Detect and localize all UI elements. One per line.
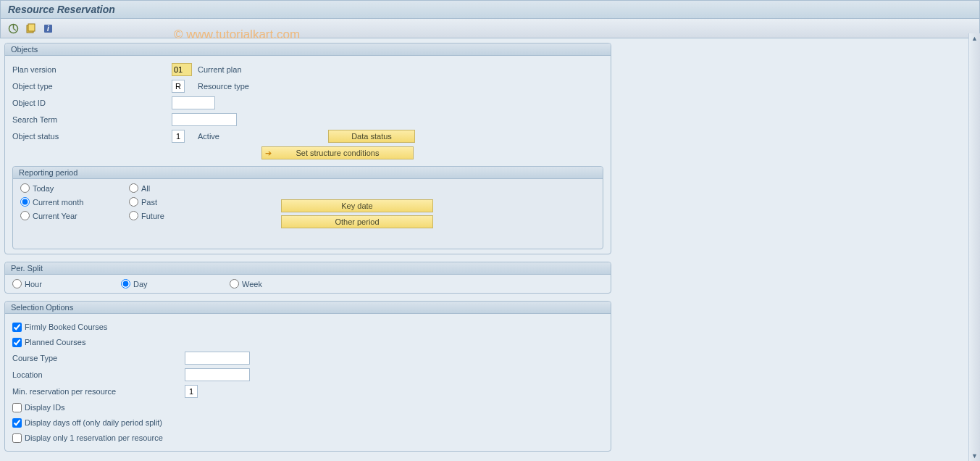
execute-icon[interactable] — [7, 22, 20, 35]
chk-display-days-off-label: Display days off (only daily period spli… — [25, 418, 162, 427]
chk-firmly-booked[interactable]: Firmly Booked Courses — [12, 323, 107, 332]
scroll-up-icon[interactable]: ▲ — [971, 35, 978, 42]
chk-display-only-1-label: Display only 1 reservation per resource — [25, 433, 163, 442]
selection-options-group: Selection Options Firmly Booked Courses … — [4, 301, 611, 452]
toolbar: i — [0, 19, 980, 38]
radio-future[interactable]: Future — [129, 211, 238, 220]
chk-display-only-1[interactable]: Display only 1 reservation per resource — [12, 433, 163, 443]
main-panel: Objects Plan version Current plan Object… — [0, 38, 616, 461]
chk-planned[interactable]: Planned Courses — [12, 338, 85, 347]
min-reservation-input[interactable] — [185, 385, 198, 398]
radio-current-month-label: Current month — [33, 198, 83, 207]
svg-text:i: i — [47, 25, 49, 33]
radio-day-label: Day — [133, 280, 148, 288]
scroll-down-icon[interactable]: ▼ — [971, 452, 978, 460]
svg-rect-4 — [28, 24, 35, 31]
location-input[interactable] — [185, 368, 250, 381]
data-status-button[interactable]: Data status — [328, 130, 415, 143]
chk-planned-label: Planned Courses — [25, 338, 85, 346]
reporting-period-group: Reporting period Today Current month Cur… — [12, 166, 603, 249]
key-date-button[interactable]: Key date — [281, 199, 433, 212]
radio-future-label: Future — [141, 212, 164, 220]
other-period-button[interactable]: Other period — [281, 215, 433, 228]
object-id-input[interactable] — [172, 96, 215, 109]
plan-version-input[interactable] — [172, 63, 192, 76]
object-status-input[interactable] — [172, 130, 185, 143]
variant-icon[interactable] — [24, 22, 37, 35]
radio-hour[interactable]: Hour — [12, 279, 42, 288]
search-term-input[interactable] — [172, 113, 237, 126]
objects-group-title: Objects — [5, 43, 611, 56]
radio-all[interactable]: All — [129, 183, 238, 193]
chk-display-ids-label: Display IDs — [25, 403, 65, 412]
per-split-title: Per. Split — [5, 262, 611, 275]
arrow-right-icon: ➔ — [265, 149, 272, 158]
svg-line-2 — [13, 28, 16, 30]
chk-display-days-off[interactable]: Display days off (only daily period spli… — [12, 418, 162, 428]
radio-past-label: Past — [141, 198, 157, 207]
object-id-label: Object ID — [12, 99, 172, 107]
location-label: Location — [12, 370, 185, 379]
object-type-input[interactable] — [172, 80, 185, 93]
course-type-label: Course Type — [12, 354, 185, 362]
per-split-group: Per. Split Hour Day Week — [4, 262, 611, 294]
radio-week-label: Week — [242, 280, 262, 288]
vertical-scrollbar[interactable]: ▲ ▼ — [968, 33, 980, 461]
object-type-desc: Resource type — [198, 82, 249, 91]
radio-all-label: All — [141, 184, 150, 193]
objects-group: Objects Plan version Current plan Object… — [4, 43, 611, 254]
right-filler — [616, 38, 980, 461]
object-type-label: Object type — [12, 82, 172, 91]
chk-display-ids[interactable]: Display IDs — [12, 403, 65, 412]
plan-version-desc: Current plan — [198, 65, 242, 74]
radio-today[interactable]: Today — [20, 183, 129, 193]
info-icon[interactable]: i — [41, 22, 54, 35]
radio-current-month[interactable]: Current month — [20, 197, 129, 207]
set-structure-label: Set structure conditions — [296, 149, 380, 157]
radio-current-year-label: Current Year — [33, 212, 78, 220]
min-reservation-label: Min. reservation per resource — [12, 387, 185, 396]
set-structure-button[interactable]: ➔ Set structure conditions — [261, 146, 414, 159]
radio-past[interactable]: Past — [129, 197, 238, 207]
radio-current-year[interactable]: Current Year — [20, 211, 129, 220]
page-title: Resource Reservation — [0, 0, 980, 19]
object-status-desc: Active — [198, 132, 299, 141]
search-term-label: Search Term — [12, 115, 172, 124]
radio-week[interactable]: Week — [230, 279, 262, 288]
plan-version-label: Plan version — [12, 65, 172, 74]
course-type-input[interactable] — [185, 352, 250, 365]
reporting-period-title: Reporting period — [13, 167, 603, 179]
object-status-label: Object status — [12, 132, 172, 141]
radio-hour-label: Hour — [25, 280, 42, 288]
selection-options-title: Selection Options — [5, 302, 611, 314]
radio-today-label: Today — [33, 184, 54, 193]
chk-firmly-booked-label: Firmly Booked Courses — [25, 323, 107, 331]
radio-day[interactable]: Day — [121, 279, 148, 288]
